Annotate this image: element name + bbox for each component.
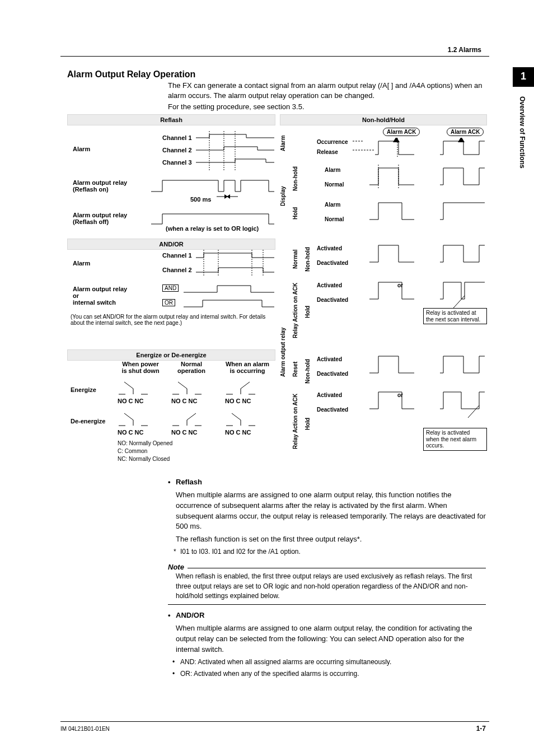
v-hold-3: Hold bbox=[305, 408, 311, 440]
figure-left-column: Reflash Alarm Channel 1 Channel 2 Channe… bbox=[67, 114, 274, 470]
v2a: Non-hold bbox=[292, 162, 302, 195]
ch1: Channel 1 bbox=[162, 134, 192, 141]
ack-1: Alarm ACK bbox=[383, 128, 420, 136]
svg-line-46 bbox=[468, 405, 479, 418]
svg-line-25 bbox=[241, 382, 250, 389]
ms500-arrows bbox=[214, 193, 241, 200]
deactivated-3: Deactivated bbox=[317, 371, 348, 377]
chapter-title: Overview of Functions bbox=[518, 96, 526, 169]
occurrence: Occurrence bbox=[317, 139, 348, 145]
col-normal: Normal operation bbox=[169, 361, 214, 374]
svg-line-21 bbox=[178, 382, 187, 389]
alarm-label: Alarm bbox=[73, 146, 90, 152]
v-reset: Reset bbox=[292, 355, 298, 383]
wave-r2 bbox=[369, 279, 485, 312]
v-relay-ack-2: Relay Action on ACK bbox=[292, 388, 298, 455]
chapter-number: 1 bbox=[513, 71, 534, 82]
figure-right-column: Non-hold/Hold Alarm Display Alarm output… bbox=[280, 114, 486, 470]
wave-nonhold-disp bbox=[369, 165, 485, 189]
v3d: Hold bbox=[305, 408, 315, 440]
andor-heading: AND/OR bbox=[168, 610, 486, 621]
nocnc-5: NO C NC bbox=[171, 429, 197, 436]
reflash-star: I01 to I03. I01 and I02 for the /A1 opti… bbox=[168, 547, 486, 557]
activated-4: Activated bbox=[317, 392, 342, 398]
footer-page: 1-7 bbox=[476, 725, 486, 732]
deactivated-1: Deactivated bbox=[317, 260, 348, 266]
ch1b: Channel 1 bbox=[162, 252, 192, 259]
intro-p1: The FX can generate a contact signal fro… bbox=[168, 81, 486, 101]
header-rule bbox=[60, 56, 489, 57]
reflash-block: Alarm Channel 1 Channel 2 Channel 3 Alar… bbox=[67, 127, 274, 239]
footer-rule bbox=[60, 721, 489, 722]
nocnc-2: NO C NC bbox=[171, 398, 197, 404]
andor-footnote: (You can set AND/OR for the alarm output… bbox=[71, 314, 269, 326]
v-relay: Alarm output relay bbox=[280, 243, 286, 461]
v-alarm: Alarm bbox=[280, 127, 286, 160]
v3c: Non-hold bbox=[305, 355, 315, 388]
ch3: Channel 3 bbox=[162, 159, 192, 166]
nocnc-3: NO C NC bbox=[225, 398, 251, 404]
normal-row-2: Normal bbox=[325, 216, 344, 222]
intro-p2: For the setting procedure, see section 3… bbox=[168, 102, 486, 112]
col-alarm: When an alarm is occurring bbox=[221, 361, 274, 374]
legend-nc: NC: Normally Closed bbox=[118, 456, 170, 462]
nocnc-1: NO C NC bbox=[118, 398, 143, 404]
normal-row-1: Normal bbox=[325, 181, 344, 188]
wave-r3 bbox=[369, 353, 485, 377]
andor-or: OR: Activated when any of the specified … bbox=[168, 669, 486, 679]
page-title: Alarm Output Relay Operation bbox=[67, 69, 195, 80]
or-box: OR bbox=[162, 299, 175, 306]
svg-line-33 bbox=[187, 413, 196, 420]
or-wave bbox=[184, 297, 274, 309]
v3b: Hold bbox=[305, 296, 315, 328]
v3a: Non-hold bbox=[305, 243, 315, 276]
reflash-ch-timing bbox=[196, 131, 274, 170]
relay-reflash-off: Alarm output relay (Reflash off) bbox=[73, 212, 151, 225]
v-nonhold-1: Non-hold bbox=[292, 162, 298, 195]
activated-3: Activated bbox=[317, 356, 342, 362]
alarm-label2: Alarm bbox=[73, 260, 90, 267]
relay-symbols bbox=[111, 377, 273, 436]
ch2b: Channel 2 bbox=[162, 267, 192, 273]
v-display: Display bbox=[280, 162, 286, 230]
energize-block: When power is shut down Normal operation… bbox=[67, 355, 274, 470]
reflash-on-wave bbox=[151, 177, 274, 197]
ack-2: Alarm ACK bbox=[447, 128, 484, 136]
svg-marker-41 bbox=[393, 138, 400, 142]
v2d: Relay Action on ACK bbox=[292, 277, 302, 344]
wave-r1 bbox=[369, 242, 485, 267]
release: Release bbox=[317, 149, 338, 155]
alarm-wave-top bbox=[353, 138, 485, 158]
svg-line-45 bbox=[453, 296, 465, 308]
left-bar-reflash: Reflash bbox=[67, 114, 275, 125]
nocnc-4: NO C NC bbox=[118, 429, 143, 436]
alarm-row-1: Alarm bbox=[325, 167, 340, 173]
deenergize-label: De-energize bbox=[71, 418, 105, 424]
chapter-tab: 1 bbox=[513, 67, 534, 87]
or-logic-note: (when a relay is set to OR logic) bbox=[166, 225, 259, 232]
deactivated-4: Deactivated bbox=[317, 407, 348, 413]
alarm-row-2: Alarm bbox=[325, 202, 340, 208]
and-box: AND bbox=[162, 284, 179, 292]
legend-c: C: Common bbox=[118, 448, 147, 454]
svg-line-29 bbox=[124, 413, 133, 420]
svg-marker-9 bbox=[227, 194, 230, 199]
deactivated-2: Deactivated bbox=[317, 297, 348, 303]
svg-marker-42 bbox=[458, 138, 465, 142]
reflash-heading: Reflash bbox=[168, 477, 486, 488]
energize-label: Energize bbox=[71, 386, 96, 393]
andor-ch-timing bbox=[196, 250, 274, 276]
svg-line-17 bbox=[124, 382, 133, 389]
v-hold-2: Hold bbox=[305, 296, 311, 328]
v-nonhold-2: Non-hold bbox=[305, 243, 311, 276]
v2b: Hold bbox=[292, 197, 302, 230]
v-normal: Normal bbox=[292, 243, 298, 276]
andor-p1: When multiple alarms are assigned to one… bbox=[168, 623, 486, 655]
section-ref: 1.2 Alarms bbox=[448, 46, 481, 54]
ms500: 500 ms bbox=[190, 196, 211, 203]
v-hold-1: Hold bbox=[292, 197, 298, 230]
note-body: When reflash is enabled, the first three… bbox=[168, 572, 486, 601]
note-rule-top bbox=[168, 568, 486, 568]
relay-note-1: Relay is activated at the next scan inte… bbox=[423, 308, 487, 324]
relay-or-int: Alarm output relay or internal switch bbox=[73, 286, 151, 306]
